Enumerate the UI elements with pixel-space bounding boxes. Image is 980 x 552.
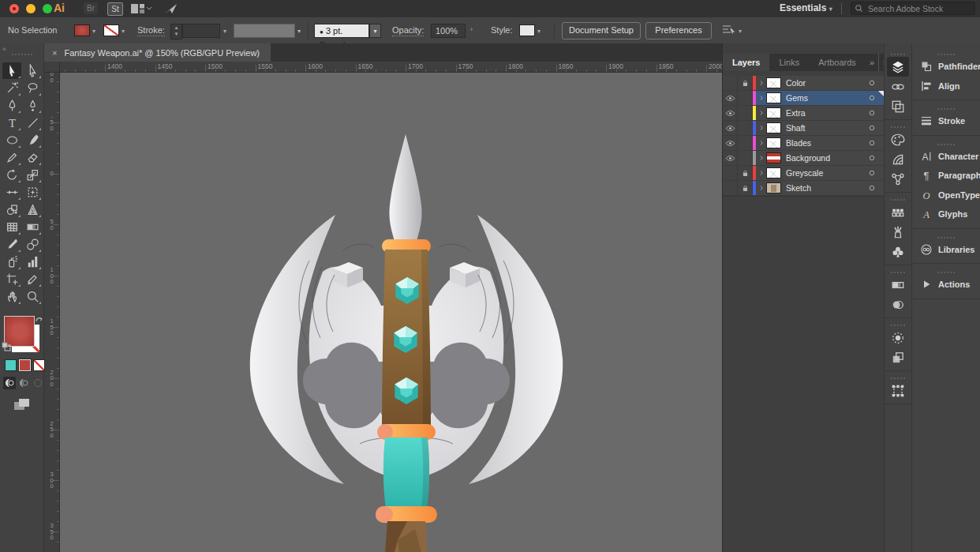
- tool-slice[interactable]: [23, 271, 42, 287]
- panel-icon-symbols[interactable]: [885, 242, 911, 261]
- share-icon[interactable]: [164, 2, 178, 18]
- lock-toggle[interactable]: [738, 181, 753, 195]
- layer-name[interactable]: Extra: [786, 108, 865, 118]
- panel-button-align[interactable]: Align: [912, 77, 980, 96]
- visibility-toggle[interactable]: [723, 91, 738, 105]
- layer-name[interactable]: Background: [786, 153, 865, 163]
- draw-normal-button[interactable]: [3, 377, 16, 389]
- panel-overflow-icon[interactable]: »: [866, 54, 878, 71]
- panel-icon-color[interactable]: [885, 130, 911, 149]
- expand-layer-icon[interactable]: [756, 79, 766, 87]
- tool-shape-builder[interactable]: [2, 201, 21, 218]
- panel-icon-transparency[interactable]: [885, 295, 911, 314]
- close-window-button[interactable]: [9, 4, 19, 13]
- visibility-toggle[interactable]: [723, 181, 738, 195]
- canvas[interactable]: [60, 73, 722, 552]
- tab-links[interactable]: Links: [769, 54, 809, 71]
- stock-search[interactable]: [851, 2, 975, 15]
- chevron-down-icon[interactable]: ▾: [92, 28, 95, 35]
- layer-row-shaft[interactable]: Shaft: [723, 121, 884, 136]
- bridge-icon[interactable]: Br: [84, 2, 98, 14]
- panel-icon-gradient[interactable]: [885, 275, 911, 295]
- brush-preset-dropdown[interactable]: ● 3 pt. Round: [314, 24, 369, 38]
- panel-button-glyphs[interactable]: AGlyphs: [912, 205, 980, 224]
- expand-layer-icon[interactable]: [756, 169, 766, 177]
- panel-button-libraries[interactable]: Libraries: [912, 240, 980, 260]
- layer-thumbnail[interactable]: [766, 122, 781, 133]
- tool-line-segment[interactable]: [23, 115, 42, 131]
- tool-mesh[interactable]: [2, 219, 21, 235]
- visibility-toggle[interactable]: [723, 76, 738, 90]
- vertical-ruler[interactable]: -100-50050100150200250300350: [44, 73, 60, 552]
- opacity-more-arrow[interactable]: ›: [470, 25, 473, 33]
- panel-grip[interactable]: [912, 104, 980, 111]
- opacity-field[interactable]: 100%: [431, 24, 466, 38]
- chevron-down-icon[interactable]: ▾: [223, 28, 226, 35]
- panel-icon-layers[interactable]: [885, 57, 911, 77]
- tool-pen[interactable]: [2, 97, 21, 114]
- draw-inside-button[interactable]: [32, 377, 44, 389]
- stroke-panel-label[interactable]: Stroke:: [137, 25, 165, 36]
- tool-symbol-sprayer[interactable]: [2, 253, 21, 270]
- workspace-switcher-icon[interactable]: [131, 3, 151, 17]
- align-options-icon[interactable]: [721, 24, 735, 39]
- panel-icon-artboard-options[interactable]: [885, 381, 911, 400]
- panel-button-stroke[interactable]: Stroke: [912, 111, 980, 131]
- expand-layer-icon[interactable]: [756, 154, 766, 162]
- tool-magic-wand[interactable]: [2, 80, 21, 96]
- tool-curvature[interactable]: [23, 97, 42, 114]
- workspace-dropdown[interactable]: Essentials ▾: [780, 2, 832, 13]
- panel-button-paragraph[interactable]: ¶Paragraph: [912, 166, 980, 186]
- layer-thumbnail[interactable]: [766, 167, 781, 178]
- tool-rotate[interactable]: [2, 167, 21, 183]
- tool-width[interactable]: [2, 184, 21, 201]
- expand-layer-icon[interactable]: [756, 124, 766, 132]
- layer-row-extra[interactable]: Extra: [723, 106, 884, 121]
- layer-target-icon[interactable]: [865, 108, 879, 118]
- panel-icon-color-themes[interactable]: [885, 169, 911, 189]
- panel-grip[interactable]: [885, 268, 911, 275]
- layer-thumbnail[interactable]: [766, 107, 781, 118]
- swap-fill-stroke-icon[interactable]: [34, 313, 43, 327]
- panel-button-character[interactable]: ACharacter: [912, 147, 980, 167]
- color-mode-button[interactable]: [5, 359, 17, 371]
- horizontal-ruler[interactable]: 1400145015001550160016501700175018001850…: [60, 62, 722, 73]
- layer-target-icon[interactable]: [865, 78, 879, 88]
- panel-grip[interactable]: [885, 321, 911, 328]
- layer-target-icon[interactable]: [865, 153, 879, 163]
- layer-target-icon[interactable]: [865, 123, 879, 133]
- layer-name[interactable]: Shaft: [786, 123, 865, 133]
- stroke-color-swatch[interactable]: [103, 24, 119, 36]
- lock-toggle[interactable]: [738, 76, 753, 90]
- layer-row-background[interactable]: Background: [723, 151, 884, 166]
- search-input[interactable]: [866, 3, 963, 14]
- none-mode-button[interactable]: [33, 359, 45, 371]
- layer-thumbnail[interactable]: [766, 77, 781, 88]
- expand-layer-icon[interactable]: [756, 109, 766, 117]
- visibility-toggle[interactable]: [723, 166, 738, 180]
- opacity-label[interactable]: Opacity:: [392, 25, 424, 36]
- chevron-down-icon[interactable]: ▾: [122, 28, 125, 35]
- layer-thumbnail[interactable]: [766, 152, 781, 163]
- panel-grip[interactable]: [885, 196, 911, 202]
- tool-pencil[interactable]: [2, 149, 21, 166]
- tool-zoom[interactable]: [23, 288, 42, 305]
- panel-grip[interactable]: [885, 51, 911, 57]
- tool-selection[interactable]: [2, 62, 21, 79]
- layer-target-icon[interactable]: [865, 168, 879, 178]
- screen-mode-icon[interactable]: [13, 397, 32, 416]
- brush-preset-chevron[interactable]: ▾: [369, 24, 381, 38]
- gradient-mode-button[interactable]: [19, 359, 31, 371]
- fill-color-swatch[interactable]: [74, 24, 90, 36]
- panel-icon-links[interactable]: [885, 77, 911, 96]
- layer-target-icon[interactable]: [865, 138, 879, 148]
- panel-grip[interactable]: [912, 233, 980, 240]
- tool-free-transform[interactable]: [23, 184, 42, 201]
- layer-name[interactable]: Gems: [786, 93, 865, 103]
- lock-toggle[interactable]: [738, 91, 753, 105]
- panel-icon-appearance[interactable]: [885, 328, 911, 347]
- visibility-toggle[interactable]: [723, 151, 738, 165]
- panel-icon-color-guide[interactable]: [885, 149, 911, 169]
- stock-icon[interactable]: St: [107, 2, 123, 16]
- panel-icon-swatches[interactable]: [885, 202, 911, 222]
